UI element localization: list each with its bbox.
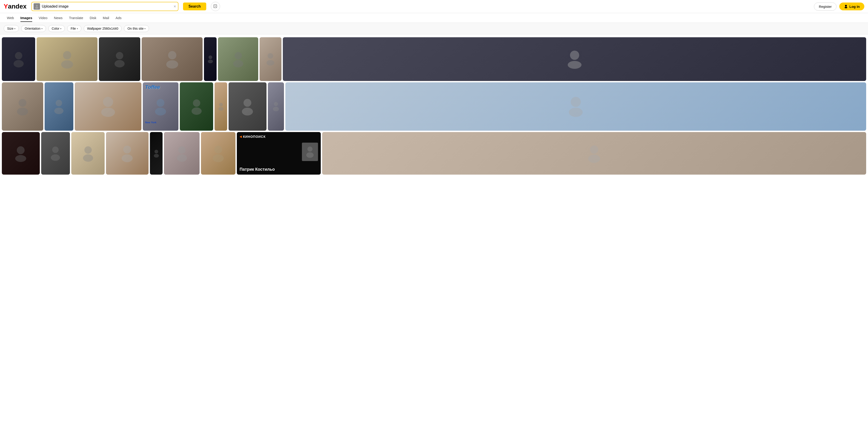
image-tile[interactable] bbox=[322, 132, 866, 175]
nav-ads[interactable]: Ads bbox=[113, 14, 125, 22]
svg-point-38 bbox=[244, 99, 251, 107]
nav-images[interactable]: Images bbox=[17, 14, 36, 22]
svg-point-42 bbox=[571, 97, 581, 107]
svg-point-59 bbox=[306, 152, 314, 158]
svg-point-55 bbox=[177, 154, 187, 162]
image-tile[interactable] bbox=[44, 82, 73, 131]
svg-point-25 bbox=[568, 61, 582, 69]
filters-bar: Size ▾ Orientation ▾ Color ▾ File ▾ Wall… bbox=[0, 23, 868, 34]
image-tile[interactable] bbox=[201, 132, 236, 175]
svg-point-40 bbox=[274, 102, 278, 106]
image-tile[interactable] bbox=[180, 82, 213, 131]
image-tile[interactable] bbox=[204, 37, 217, 81]
svg-point-13 bbox=[61, 60, 73, 68]
image-tile[interactable] bbox=[215, 82, 227, 131]
svg-point-37 bbox=[218, 107, 223, 111]
svg-point-32 bbox=[157, 99, 164, 107]
kinopoisk-tile[interactable]: ◀ КИНОПОИСК Патрик Костильо bbox=[237, 132, 321, 175]
clear-search-button[interactable]: × bbox=[174, 4, 176, 9]
image-tile[interactable] bbox=[71, 132, 104, 175]
toffee-sub-text: New York bbox=[145, 121, 156, 124]
svg-point-58 bbox=[307, 147, 312, 152]
filter-wallpaper[interactable]: Wallpaper 2560x1440 bbox=[84, 25, 122, 32]
image-row-2: Toffee New York bbox=[2, 82, 866, 131]
filter-on-this-site[interactable]: On this site ▾ bbox=[124, 25, 149, 32]
svg-line-7 bbox=[214, 5, 214, 5]
nav-web[interactable]: Web bbox=[4, 14, 17, 22]
nav-translate[interactable]: Translate bbox=[66, 14, 87, 22]
nav-news[interactable]: News bbox=[51, 14, 66, 22]
kinopoisk-person-name: Патрик Костильо bbox=[240, 167, 318, 172]
image-tile[interactable] bbox=[164, 132, 199, 175]
svg-point-14 bbox=[116, 52, 123, 59]
image-tile[interactable] bbox=[259, 37, 281, 81]
logo[interactable]: Yandex bbox=[4, 3, 27, 10]
image-tile[interactable] bbox=[285, 82, 866, 131]
svg-point-33 bbox=[155, 108, 166, 116]
navigation: Web Images Video News Translate Disk Mai… bbox=[0, 13, 868, 23]
image-tile[interactable] bbox=[142, 37, 203, 81]
image-tile[interactable] bbox=[106, 132, 149, 175]
image-tile-toffee[interactable]: Toffee New York bbox=[143, 82, 179, 131]
svg-point-45 bbox=[15, 155, 26, 162]
svg-point-20 bbox=[235, 52, 242, 59]
image-tile[interactable] bbox=[2, 37, 35, 81]
svg-point-35 bbox=[191, 108, 202, 115]
svg-point-49 bbox=[83, 154, 93, 162]
svg-point-34 bbox=[193, 99, 200, 107]
svg-point-3 bbox=[215, 5, 216, 7]
svg-point-16 bbox=[168, 51, 176, 59]
image-tile[interactable] bbox=[41, 132, 70, 175]
svg-point-18 bbox=[209, 55, 212, 59]
register-button[interactable]: Register bbox=[814, 3, 837, 10]
image-tile[interactable] bbox=[218, 37, 258, 81]
nav-mail[interactable]: Mail bbox=[99, 14, 113, 22]
svg-point-46 bbox=[52, 147, 59, 153]
chevron-down-icon: ▾ bbox=[145, 27, 146, 30]
image-tile[interactable] bbox=[268, 82, 284, 131]
login-button[interactable]: Log in bbox=[839, 3, 864, 10]
lens-search-button[interactable] bbox=[211, 2, 220, 11]
kinopoisk-logo: КИНОПОИСК bbox=[243, 135, 266, 139]
svg-point-53 bbox=[154, 154, 159, 157]
image-tile[interactable] bbox=[2, 132, 40, 175]
svg-point-17 bbox=[166, 60, 178, 68]
filter-orientation-label: Orientation bbox=[25, 27, 40, 30]
svg-point-27 bbox=[17, 108, 28, 116]
logo-y: Y bbox=[4, 3, 8, 10]
image-tile[interactable] bbox=[283, 37, 866, 81]
search-input[interactable] bbox=[42, 4, 173, 8]
chevron-down-icon: ▾ bbox=[14, 27, 16, 30]
search-button[interactable]: Search bbox=[183, 3, 206, 10]
image-tile[interactable] bbox=[150, 132, 162, 175]
filter-size[interactable]: Size ▾ bbox=[4, 25, 19, 32]
svg-point-57 bbox=[213, 154, 224, 162]
svg-point-0 bbox=[36, 5, 38, 7]
chevron-down-icon: ▾ bbox=[41, 27, 42, 30]
filter-orientation[interactable]: Orientation ▾ bbox=[21, 25, 46, 32]
svg-point-50 bbox=[123, 146, 131, 153]
svg-point-56 bbox=[214, 146, 222, 153]
svg-point-19 bbox=[208, 60, 213, 63]
filter-size-label: Size bbox=[7, 27, 13, 30]
svg-point-36 bbox=[219, 103, 223, 107]
image-tile[interactable] bbox=[75, 82, 142, 131]
svg-point-29 bbox=[54, 108, 63, 114]
kinopoisk-person-thumbnail bbox=[302, 143, 318, 161]
svg-point-31 bbox=[101, 108, 115, 117]
svg-point-21 bbox=[233, 60, 243, 67]
nav-video[interactable]: Video bbox=[35, 14, 51, 22]
image-tile[interactable] bbox=[99, 37, 140, 81]
toffee-text: Toffee bbox=[145, 84, 160, 90]
image-tile[interactable] bbox=[2, 82, 43, 131]
svg-point-12 bbox=[63, 51, 71, 59]
svg-point-22 bbox=[268, 53, 273, 59]
filter-file[interactable]: File ▾ bbox=[67, 25, 82, 32]
nav-disk[interactable]: Disk bbox=[87, 14, 99, 22]
svg-point-44 bbox=[17, 146, 25, 154]
image-tile[interactable] bbox=[36, 37, 97, 81]
image-row-1 bbox=[2, 37, 866, 81]
image-tile[interactable] bbox=[228, 82, 267, 131]
filter-color[interactable]: Color ▾ bbox=[48, 25, 65, 32]
svg-point-10 bbox=[15, 52, 22, 59]
